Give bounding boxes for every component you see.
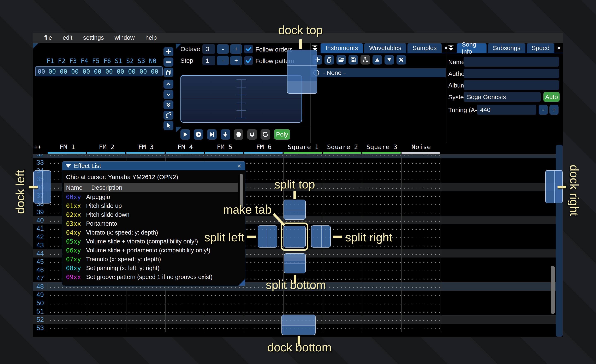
order-duplicate-button[interactable] xyxy=(164,68,173,77)
menu-item[interactable]: edit xyxy=(57,34,78,41)
song-field-input[interactable] xyxy=(463,80,559,90)
effect-table-header[interactable]: Name Description xyxy=(64,183,238,192)
repeat-pattern-button[interactable] xyxy=(261,129,270,140)
split-target-left[interactable] xyxy=(258,226,277,248)
orders-channel-header[interactable]: S3 xyxy=(138,57,149,65)
follow-pattern-checkbox[interactable] xyxy=(244,56,253,65)
instrument-save-button[interactable] xyxy=(349,55,358,65)
instrument-delete-button[interactable] xyxy=(396,55,406,65)
system-auto-button[interactable]: Auto xyxy=(544,92,559,102)
channel-name[interactable]: FM 6 xyxy=(244,143,283,151)
orders-channel-header[interactable]: N0 xyxy=(149,57,160,65)
channel-name[interactable]: FM 1 xyxy=(48,143,87,151)
dock-target-bottom[interactable] xyxy=(282,314,316,335)
instrument-open-button[interactable] xyxy=(336,55,346,65)
step-row-button[interactable] xyxy=(221,129,230,140)
order-cell[interactable]: 00 xyxy=(140,68,151,75)
record-button[interactable] xyxy=(234,129,243,140)
orders-channel-header[interactable]: F3 xyxy=(69,57,81,65)
octave-minus-button[interactable]: - xyxy=(217,44,229,54)
menu-item[interactable]: settings xyxy=(78,34,109,41)
order-move-bottom-button[interactable] xyxy=(164,100,173,109)
effect-row[interactable]: 08xy Set panning (x: left; y: right) xyxy=(62,264,238,273)
orders-channel-header[interactable]: F2 xyxy=(58,57,69,65)
song-info-tab[interactable]: Subsongs xyxy=(488,43,525,53)
instruments-tab[interactable]: Wavetables xyxy=(364,43,406,53)
octave-value[interactable]: 3 xyxy=(202,44,215,54)
order-cell[interactable]: 00 xyxy=(117,68,128,75)
orders-channel-header[interactable]: F6 xyxy=(104,57,115,65)
effect-row[interactable]: 02xx Pitch slide down xyxy=(62,210,238,219)
effect-row[interactable]: 07xy Tremolo (x: speed; y: depth) xyxy=(62,255,238,264)
instrument-move-down-button[interactable] xyxy=(385,55,394,65)
step-value[interactable]: 1 xyxy=(202,56,215,65)
oscilloscope[interactable] xyxy=(180,75,302,123)
play-button[interactable] xyxy=(180,129,190,140)
order-cell[interactable]: 00 xyxy=(60,68,71,75)
tuning-minus-button[interactable]: - xyxy=(539,105,548,115)
collapse-window-icon[interactable] xyxy=(66,164,71,168)
orders-channel-header[interactable]: F4 xyxy=(81,57,92,65)
tuning-plus-button[interactable]: + xyxy=(550,105,559,115)
close-icon[interactable]: × xyxy=(557,44,561,51)
instruments-tab[interactable]: Samples xyxy=(408,43,442,53)
order-row-selected[interactable]: 00 00000000000000000000 xyxy=(35,66,163,76)
order-cell[interactable]: 00 xyxy=(94,68,105,75)
collapse-tabs-icon[interactable] xyxy=(448,45,454,51)
order-cell[interactable]: 00 xyxy=(128,68,140,75)
instrument-tree-view-button[interactable] xyxy=(360,55,370,65)
poly-toggle-button[interactable]: Poly xyxy=(274,129,290,140)
channel-name[interactable]: Square 2 xyxy=(323,143,362,151)
order-move-up-button[interactable] xyxy=(164,80,173,89)
tuning-input[interactable]: 440 xyxy=(477,105,536,115)
channel-name[interactable]: FM 5 xyxy=(205,143,244,151)
channel-name[interactable]: Square 3 xyxy=(362,143,402,151)
instrument-move-up-button[interactable] xyxy=(372,55,382,65)
instrument-list-item-none[interactable]: - None - xyxy=(311,68,446,77)
order-add-button[interactable] xyxy=(164,47,173,56)
song-field-input[interactable] xyxy=(463,69,559,78)
menu-item[interactable]: help xyxy=(140,34,162,41)
step-minus-button[interactable]: - xyxy=(217,56,229,65)
effect-row[interactable]: 09xx Set groove pattern (speed 1 if no g… xyxy=(62,273,238,282)
order-cell[interactable]: 00 xyxy=(48,68,60,75)
pattern-expand-corner[interactable]: ++ xyxy=(34,144,41,150)
effect-row[interactable]: 03xx Portamento xyxy=(62,219,238,228)
menu-item[interactable]: window xyxy=(109,34,140,41)
split-target-right[interactable] xyxy=(311,226,331,248)
order-remove-button[interactable] xyxy=(164,58,173,67)
split-target-bottom[interactable] xyxy=(284,253,306,273)
order-move-down-button[interactable] xyxy=(164,90,173,99)
play-from-cursor-button[interactable] xyxy=(207,129,217,140)
resize-grip-icon[interactable] xyxy=(238,279,245,286)
effect-list-window[interactable]: Effect List × Chip at cursor: Yamaha YM2… xyxy=(62,161,245,286)
order-edit-mode-button[interactable] xyxy=(164,121,173,130)
orders-channel-header[interactable]: S2 xyxy=(126,57,138,65)
channel-name[interactable]: FM 3 xyxy=(126,143,165,151)
order-cell[interactable]: 00 xyxy=(151,68,162,75)
pattern-vertical-scrollbar[interactable] xyxy=(551,266,555,314)
orders-channel-header[interactable]: F1 xyxy=(46,57,58,65)
close-icon[interactable]: × xyxy=(237,162,241,170)
effect-row[interactable]: 00xy Arpeggio xyxy=(62,193,238,201)
effect-row[interactable]: 01xx Pitch slide up xyxy=(62,201,238,210)
orders-channel-header[interactable]: F5 xyxy=(92,57,104,65)
effect-list-titlebar[interactable]: Effect List × xyxy=(62,161,245,170)
dock-target-top[interactable] xyxy=(287,50,317,94)
instruments-tab[interactable]: Instruments xyxy=(320,43,363,53)
follow-orders-checkbox[interactable] xyxy=(244,45,253,53)
song-info-tab[interactable]: Song Info xyxy=(457,43,486,53)
order-cell[interactable]: 00 xyxy=(82,68,94,75)
play-pattern-button[interactable] xyxy=(194,129,203,140)
metronome-button[interactable] xyxy=(247,129,257,140)
order-unlink-button[interactable] xyxy=(164,111,173,120)
channel-name[interactable]: FM 4 xyxy=(165,143,205,151)
split-target-top[interactable] xyxy=(283,200,306,220)
instrument-duplicate-button[interactable] xyxy=(325,55,334,65)
song-info-tab[interactable]: Speed xyxy=(527,43,555,53)
orders-channel-header[interactable]: S1 xyxy=(115,57,126,65)
order-cell[interactable]: 00 xyxy=(71,68,82,75)
menu-item[interactable]: file xyxy=(39,34,57,41)
channel-name[interactable]: FM 2 xyxy=(87,143,126,151)
effect-row[interactable]: 06xy Volume slide + portamento (compatib… xyxy=(62,246,238,255)
